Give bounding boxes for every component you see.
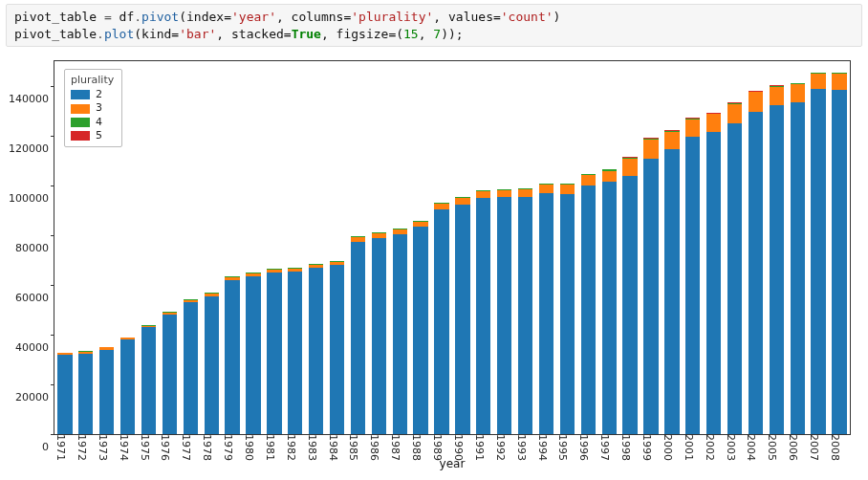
bar (476, 61, 490, 434)
code-cell: pivot_table = df.pivot(index='year', col… (6, 4, 862, 47)
bar-segment-2 (330, 265, 344, 434)
x-tick-label: 1990 (452, 434, 468, 461)
bar (727, 61, 742, 434)
bar-segment-3 (184, 299, 198, 302)
legend-title: plurality (71, 74, 114, 86)
bar-segment-4 (770, 85, 784, 86)
bar-segment-2 (518, 197, 532, 434)
bar-segment-2 (727, 123, 742, 434)
bar-segment-3 (57, 353, 72, 355)
bar-segment-4 (811, 73, 825, 74)
bar (120, 61, 135, 434)
x-tick-label: 2004 (745, 434, 761, 461)
bar (330, 61, 344, 434)
bar-segment-2 (434, 209, 448, 434)
swatch-icon (71, 104, 90, 114)
bar (497, 61, 511, 434)
bar-segment-2 (622, 176, 637, 434)
code-line-2: pivot_table.plot(kind='bar', stacked=Tru… (14, 27, 464, 41)
bar-segment-2 (351, 242, 365, 435)
bar-segment-2 (706, 132, 721, 434)
bar-segment-3 (791, 84, 805, 102)
x-tick-label: 1980 (243, 434, 259, 461)
x-tick-label: 1987 (389, 434, 405, 461)
bar-segment-3 (770, 87, 784, 105)
bar (539, 61, 553, 434)
bar-segment-3 (330, 261, 344, 265)
bar-segment-2 (560, 194, 575, 434)
bar-segment-2 (832, 90, 846, 434)
y-tick-label: 100000 (9, 192, 54, 205)
bar-segment-4 (602, 169, 617, 170)
x-tick-label: 1984 (327, 434, 343, 461)
y-tick-label: 140000 (9, 93, 54, 105)
x-tick-label: 1995 (556, 434, 573, 461)
x-tick-label: 1981 (264, 434, 280, 461)
bar-segment-2 (664, 149, 679, 434)
axes: year plurality 2 3 4 5 02000040000600008… (54, 60, 851, 435)
x-tick-label: 2005 (766, 434, 782, 461)
bar-segment-3 (372, 233, 386, 238)
bar (413, 61, 427, 434)
bar-segment-2 (643, 159, 658, 435)
bar (434, 61, 448, 434)
legend-item-4: 4 (71, 116, 114, 129)
legend-item-3: 3 (71, 101, 114, 115)
bar (455, 61, 469, 434)
y-tick-label: 40000 (15, 341, 54, 354)
bar (141, 61, 156, 434)
x-tick-label: 1999 (640, 434, 657, 461)
bar-segment-2 (372, 238, 386, 434)
swatch-icon (71, 118, 90, 127)
bar-segment-2 (99, 350, 114, 434)
legend-item-2: 2 (71, 88, 114, 101)
bar (749, 61, 763, 434)
bar (581, 61, 596, 434)
bar-segment-3 (225, 276, 239, 280)
bar (685, 61, 700, 434)
bar (706, 61, 721, 434)
bar-segment-4 (643, 138, 658, 140)
bar-segment-2 (455, 205, 469, 435)
bar-segment-3 (78, 352, 93, 354)
bar-segment-3 (163, 312, 177, 315)
bar (560, 61, 575, 434)
x-tick-label: 1993 (515, 434, 532, 461)
bar-segment-4 (518, 188, 532, 189)
x-tick-label: 1979 (222, 434, 238, 461)
x-tick-label: 1997 (598, 434, 615, 461)
x-tick-label: 2002 (704, 434, 720, 461)
bar-segment-4 (539, 184, 553, 185)
chart: year plurality 2 3 4 5 02000040000600008… (10, 55, 858, 475)
bar (643, 61, 658, 434)
bar (288, 61, 302, 434)
bar-segment-2 (184, 302, 198, 434)
x-tick-label: 1985 (347, 434, 363, 461)
bar-segment-3 (351, 236, 365, 241)
x-tick-label: 1988 (410, 434, 426, 461)
bar-segment-2 (288, 272, 302, 434)
bar-segment-4 (622, 157, 637, 159)
bar-segment-3 (539, 185, 553, 193)
bar-segment-3 (518, 188, 532, 197)
bar-segment-4 (832, 73, 846, 74)
x-tick-label: 1986 (368, 434, 384, 461)
bar (664, 61, 679, 434)
bar-segment-3 (622, 159, 637, 176)
bar-segment-2 (225, 280, 239, 434)
bar (518, 61, 532, 434)
bar-segment-2 (393, 234, 407, 434)
x-tick-label: 1976 (159, 434, 175, 461)
x-tick-label: 1996 (577, 434, 594, 461)
bar-segment-2 (685, 137, 700, 434)
bar-segment-3 (811, 74, 825, 89)
bar-segment-4 (560, 184, 575, 185)
y-tick-label: 80000 (15, 242, 54, 254)
bar-segment-3 (602, 171, 617, 183)
bar-segment-4 (791, 83, 805, 84)
bar-segment-2 (163, 315, 177, 434)
bar-segment-3 (832, 74, 846, 90)
bar-segment-3 (476, 191, 490, 198)
bar (309, 61, 323, 434)
x-tick-label: 2000 (662, 434, 678, 461)
